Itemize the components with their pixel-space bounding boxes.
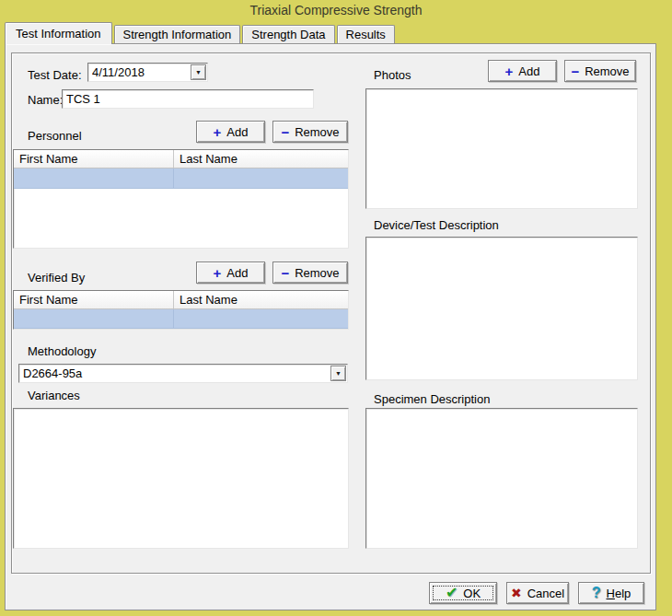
test-date-value: 4/11/2018 <box>92 65 189 80</box>
photos-add-button[interactable]: + Add <box>488 60 557 82</box>
photos-remove-button[interactable]: − Remove <box>564 60 636 82</box>
verified-by-remove-button[interactable]: − Remove <box>272 262 348 284</box>
remove-icon: − <box>281 266 289 280</box>
methodology-label: Methodology <box>28 344 96 358</box>
help-button[interactable]: ? Help <box>578 582 644 604</box>
add-icon: + <box>214 125 222 139</box>
dialog-window: { "window": { "title": "Triaxial Compres… <box>0 0 672 616</box>
tab-test-information[interactable]: Test Information <box>5 22 112 44</box>
personnel-table[interactable]: First Name Last Name <box>13 149 349 249</box>
personnel-col-first-name: First Name <box>14 150 174 168</box>
photos-add-label: Add <box>518 64 539 78</box>
verified-by-selected-row[interactable] <box>14 309 348 329</box>
verified-by-col-first-name: First Name <box>14 291 174 308</box>
tab-results[interactable]: Results <box>337 25 395 43</box>
window-title: Triaxial Compressive Strength <box>0 0 672 20</box>
personnel-remove-label: Remove <box>295 125 339 139</box>
personnel-add-button[interactable]: + Add <box>196 121 265 143</box>
specimen-description-textarea[interactable] <box>365 408 638 549</box>
verified-by-add-button[interactable]: + Add <box>196 262 265 284</box>
variances-textarea[interactable] <box>13 408 349 549</box>
specimen-description-label: Specimen Description <box>374 392 490 406</box>
device-test-description-label: Device/Test Description <box>374 218 499 232</box>
variances-label: Variances <box>28 389 80 402</box>
tab-strength-information[interactable]: Strength Information <box>114 25 241 43</box>
cancel-button[interactable]: ✖ Cancel <box>506 582 569 604</box>
chevron-down-icon: ▼ <box>195 69 202 76</box>
personnel-table-header: First Name Last Name <box>14 150 348 169</box>
verified-by-cell-first[interactable] <box>14 309 174 328</box>
ok-button[interactable]: ✔ OK <box>429 582 497 604</box>
personnel-remove-button[interactable]: − Remove <box>272 121 348 143</box>
personnel-add-label: Add <box>226 125 248 139</box>
test-date-dropdown-button[interactable]: ▼ <box>191 64 206 80</box>
verified-by-col-last-name: Last Name <box>174 291 348 308</box>
verified-by-remove-label: Remove <box>295 266 339 280</box>
help-label: Help <box>607 587 631 600</box>
photos-listbox[interactable] <box>365 88 638 209</box>
verified-by-cell-last[interactable] <box>174 309 348 328</box>
name-label: Name: <box>28 93 63 107</box>
cancel-label: Cancel <box>527 587 564 600</box>
x-icon: ✖ <box>511 587 522 599</box>
personnel-cell-first[interactable] <box>14 169 174 188</box>
photos-remove-label: Remove <box>585 64 629 78</box>
chevron-down-icon: ▼ <box>335 370 342 377</box>
methodology-value: D2664-95a <box>23 366 329 381</box>
name-input[interactable] <box>62 89 314 109</box>
tab-bar: Test Information Strength Information St… <box>5 22 395 43</box>
test-date-combobox[interactable]: 4/11/2018 ▼ <box>87 63 208 82</box>
verified-by-table[interactable]: First Name Last Name <box>13 290 349 330</box>
verified-by-table-header: First Name Last Name <box>14 291 348 309</box>
verified-by-label: Verified By <box>28 271 85 285</box>
device-test-description-textarea[interactable] <box>365 237 638 380</box>
question-mark-icon: ? <box>592 586 601 600</box>
test-date-label: Test Date: <box>28 68 82 82</box>
personnel-selected-row[interactable] <box>14 169 348 189</box>
photos-label: Photos <box>374 68 411 82</box>
personnel-col-last-name: Last Name <box>174 150 348 168</box>
focus-rectangle <box>433 586 493 600</box>
verified-by-add-label: Add <box>226 266 248 280</box>
personnel-cell-last[interactable] <box>174 169 348 188</box>
personnel-label: Personnel <box>28 129 82 143</box>
methodology-dropdown-button[interactable]: ▼ <box>330 366 346 381</box>
tab-strength-data[interactable]: Strength Data <box>242 25 334 43</box>
remove-icon: − <box>281 125 289 139</box>
remove-icon: − <box>571 64 579 78</box>
add-icon: + <box>505 64 514 78</box>
methodology-combobox[interactable]: D2664-95a ▼ <box>18 364 348 383</box>
add-icon: + <box>214 266 222 280</box>
